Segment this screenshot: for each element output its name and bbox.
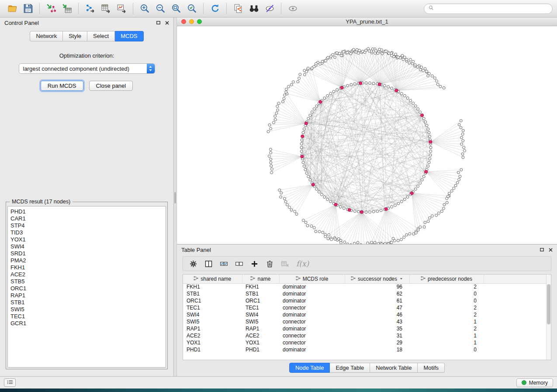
mcds-result-item[interactable]: STP4 bbox=[10, 222, 166, 229]
search-input[interactable] bbox=[436, 5, 548, 12]
clone-network-icon[interactable] bbox=[230, 2, 246, 15]
add-column-icon[interactable] bbox=[248, 258, 261, 270]
cell-name: TEC1 bbox=[242, 304, 279, 311]
mcds-result-item[interactable]: TID3 bbox=[10, 229, 166, 236]
optimization-select[interactable]: largest connected component (undirected) bbox=[19, 63, 155, 74]
cell-role: dominator bbox=[279, 290, 345, 297]
mcds-result-item[interactable]: RAP1 bbox=[10, 292, 166, 299]
delete-column-icon[interactable] bbox=[263, 258, 276, 270]
function-builder-icon: f(x) bbox=[294, 258, 311, 270]
cell-role: dominator bbox=[279, 311, 345, 318]
tab-select[interactable]: Select bbox=[87, 31, 115, 41]
select-all-icon[interactable] bbox=[217, 258, 230, 270]
import-network-icon[interactable] bbox=[43, 2, 59, 15]
mcds-result-list[interactable]: PHD1CAR1STP4TID3YOX1SWI4SRD1PMA2FKH1ACE2… bbox=[7, 206, 166, 368]
mcds-result-item[interactable]: YOX1 bbox=[10, 236, 166, 243]
cell-shared_name: PHD1 bbox=[183, 346, 242, 353]
deselect-all-icon[interactable] bbox=[232, 258, 246, 270]
mcds-result-item[interactable]: ACE2 bbox=[10, 271, 166, 278]
column-header-shared_name[interactable]: shared name bbox=[183, 275, 242, 283]
tab-edge-table[interactable]: Edge Table bbox=[330, 363, 370, 373]
table-scrollbar[interactable] bbox=[546, 275, 551, 360]
column-header-successors[interactable]: successor nodes bbox=[345, 275, 409, 283]
memory-status-icon bbox=[522, 380, 526, 385]
open-session-icon[interactable] bbox=[4, 2, 20, 15]
splitter-thumb[interactable] bbox=[174, 192, 176, 203]
table-settings-icon[interactable] bbox=[187, 258, 200, 270]
table-row[interactable]: SWI4SWI4dominator462 bbox=[183, 311, 551, 318]
memory-button[interactable]: Memory bbox=[516, 378, 553, 387]
network-canvas[interactable] bbox=[177, 26, 557, 244]
run-mcds-button[interactable]: Run MCDS bbox=[41, 81, 83, 91]
window-minimize-button[interactable] bbox=[189, 19, 194, 24]
mcds-result-item[interactable]: TEC1 bbox=[10, 313, 166, 320]
column-visibility-icon[interactable] bbox=[202, 258, 215, 270]
mcds-result-item[interactable]: STB1 bbox=[10, 299, 166, 306]
menu-list-icon bbox=[7, 379, 14, 386]
hide-graphics-details-icon[interactable] bbox=[262, 2, 277, 15]
control-panel-tabs: NetworkStyleSelectMCDS bbox=[0, 28, 173, 43]
table-row[interactable]: ORC1ORC1dominator610 bbox=[183, 297, 551, 304]
export-image-icon[interactable] bbox=[114, 2, 129, 15]
zoom-fit-icon[interactable] bbox=[168, 2, 184, 15]
show-graphics-details-icon[interactable] bbox=[285, 2, 301, 15]
table-row[interactable]: PHD1PHD1dominator180 bbox=[183, 346, 551, 353]
panel-splitter[interactable] bbox=[174, 17, 177, 376]
mcds-result-item[interactable]: PMA2 bbox=[10, 257, 166, 264]
refresh-icon[interactable] bbox=[207, 2, 223, 15]
zoom-in-icon[interactable] bbox=[137, 2, 152, 15]
search-network-icon[interactable] bbox=[246, 2, 262, 15]
close-panel-icon[interactable] bbox=[165, 21, 169, 25]
cell-predecessors: 1 bbox=[409, 332, 484, 339]
tab-network-table[interactable]: Network Table bbox=[370, 363, 418, 373]
mcds-result-item[interactable]: ORC1 bbox=[10, 285, 166, 292]
tab-mcds[interactable]: MCDS bbox=[115, 31, 143, 41]
export-network-icon[interactable] bbox=[82, 2, 98, 15]
mcds-result-item[interactable]: SRD1 bbox=[10, 250, 166, 257]
tab-network[interactable]: Network bbox=[30, 31, 63, 41]
table-row[interactable]: YOX1YOX1connector291 bbox=[183, 339, 551, 346]
network-graph[interactable] bbox=[177, 26, 557, 244]
window-zoom-button[interactable] bbox=[197, 19, 202, 24]
column-header-role[interactable]: MCDS role bbox=[279, 275, 345, 283]
mcds-result-item[interactable]: SWI5 bbox=[10, 306, 166, 313]
workspace-area: YPA_prune.txt_1 Table Panel f(x) bbox=[177, 17, 557, 376]
tab-motifs[interactable]: Motifs bbox=[418, 363, 445, 373]
tab-style[interactable]: Style bbox=[63, 31, 87, 41]
table-row[interactable]: SWI5SWI5connector431 bbox=[183, 318, 551, 325]
column-header-name[interactable]: name bbox=[242, 275, 279, 283]
table-row[interactable]: TEC1TEC1connector472 bbox=[183, 304, 551, 311]
mcds-panel-body: Optimization criterion: largest connecte… bbox=[0, 43, 173, 200]
table-scrollbar-thumb[interactable] bbox=[547, 284, 550, 324]
mcds-result-item[interactable]: PHD1 bbox=[10, 208, 166, 215]
mcds-result-item[interactable]: SWI4 bbox=[10, 243, 166, 250]
mcds-result-item[interactable]: GCR1 bbox=[10, 320, 166, 327]
float-panel-icon[interactable] bbox=[156, 21, 160, 24]
float-table-panel-icon[interactable] bbox=[540, 248, 544, 251]
tab-node-table[interactable]: Node Table bbox=[289, 363, 330, 373]
zoom-out-icon[interactable] bbox=[152, 2, 168, 15]
table-row[interactable]: STB1STB1dominator620 bbox=[183, 290, 551, 297]
export-table-icon[interactable] bbox=[98, 2, 114, 15]
status-menu-button[interactable] bbox=[4, 378, 16, 387]
mcds-result-item[interactable]: FKH1 bbox=[10, 264, 166, 271]
cell-role: connector bbox=[279, 339, 345, 346]
save-session-icon[interactable] bbox=[20, 2, 36, 15]
column-header-predecessors[interactable]: predecessor nodes bbox=[409, 275, 484, 283]
table-panel-title: Table Panel bbox=[181, 247, 211, 253]
close-table-panel-icon[interactable] bbox=[549, 248, 553, 252]
mcds-result-item[interactable]: CAR1 bbox=[10, 215, 166, 222]
window-close-button[interactable] bbox=[181, 19, 186, 24]
table-row[interactable]: ACE2ACE2connector311 bbox=[183, 332, 551, 339]
toolbar-separator bbox=[281, 3, 281, 14]
close-panel-button[interactable]: Close panel bbox=[89, 81, 133, 91]
toolbar-separator bbox=[133, 3, 133, 14]
mcds-result-item[interactable]: STB5 bbox=[10, 278, 166, 285]
table-row[interactable]: FKH1FKH1dominator962 bbox=[183, 283, 551, 290]
cell-role: connector bbox=[279, 318, 345, 325]
table-row[interactable]: RAP1RAP1dominator352 bbox=[183, 325, 551, 332]
zoom-selected-icon[interactable] bbox=[184, 2, 200, 15]
cell-shared_name: RAP1 bbox=[183, 325, 242, 332]
import-table-icon[interactable] bbox=[59, 2, 75, 15]
search-box[interactable] bbox=[424, 3, 553, 14]
